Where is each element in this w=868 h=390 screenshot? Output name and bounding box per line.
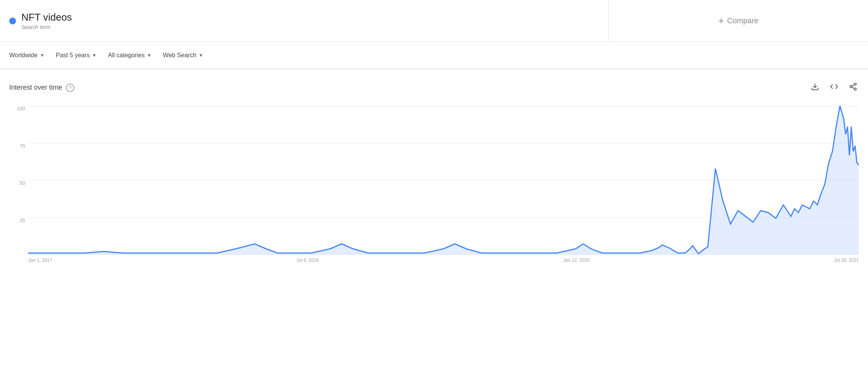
category-label: All categories (108, 52, 145, 59)
search-type-chevron-icon: ▼ (199, 53, 203, 58)
header: NFT videos Search term + Compare (0, 0, 868, 42)
download-button[interactable] (809, 81, 821, 94)
embed-button[interactable] (828, 81, 840, 94)
chart-section: Interest over time ? (0, 69, 868, 274)
svg-line-5 (852, 85, 854, 86)
chart-title: Interest over time (9, 84, 62, 92)
compare-label: Compare (727, 16, 758, 25)
search-type-label: Web Search (163, 52, 196, 59)
search-term-section: NFT videos Search term (0, 0, 609, 42)
x-label-jan2017: Jan 1, 2017 (28, 258, 52, 263)
y-axis: 100 75 50 25 (9, 106, 28, 266)
share-button[interactable] (847, 81, 859, 94)
chart-area: .trend-path { fill: none; stroke: #4285f… (28, 106, 859, 255)
time-range-chevron-icon: ▼ (92, 53, 96, 58)
trend-line-chart: .trend-path { fill: none; stroke: #4285f… (28, 106, 859, 255)
plus-icon: + (718, 15, 724, 27)
filters-bar: Worldwide ▼ Past 5 years ▼ All categorie… (0, 42, 868, 69)
y-label-25: 25 (9, 218, 28, 223)
chart-container: 100 75 50 25 .trend-path { fill: none (9, 106, 859, 266)
location-chevron-icon: ▼ (40, 53, 44, 58)
time-range-label: Past 5 years (56, 52, 90, 59)
x-label-jan2020: Jan 12, 2020 (563, 258, 590, 263)
chart-header: Interest over time ? (9, 81, 859, 94)
chart-title-area: Interest over time ? (9, 84, 74, 92)
svg-point-2 (850, 85, 852, 88)
y-label-75: 75 (9, 143, 28, 149)
location-label: Worldwide (9, 52, 37, 59)
svg-point-1 (854, 83, 857, 85)
x-axis: Jan 1, 2017 Jul 8, 2018 Jan 12, 2020 Jul… (28, 255, 859, 266)
search-term-text: NFT videos Search term (21, 11, 72, 30)
help-icon[interactable]: ? (66, 84, 74, 92)
compare-button[interactable]: + Compare (712, 12, 764, 30)
chart-actions (809, 81, 859, 94)
time-range-filter[interactable]: Past 5 years ▼ (56, 52, 96, 59)
y-label-100: 100 (9, 106, 28, 111)
category-chevron-icon: ▼ (147, 53, 151, 58)
search-type-filter[interactable]: Web Search ▼ (163, 52, 203, 59)
location-filter[interactable]: Worldwide ▼ (9, 52, 44, 59)
x-label-jul2021: Jul 18, 2021 (834, 258, 859, 263)
search-term-dot (9, 18, 16, 24)
y-label-50: 50 (9, 180, 28, 186)
search-term-label: Search term (21, 24, 72, 30)
svg-point-3 (854, 88, 857, 90)
category-filter[interactable]: All categories ▼ (108, 52, 151, 59)
svg-line-4 (852, 87, 854, 89)
search-term-title: NFT videos (21, 11, 72, 23)
x-label-jul2018: Jul 8, 2018 (296, 258, 319, 263)
compare-section: + Compare (609, 0, 868, 42)
